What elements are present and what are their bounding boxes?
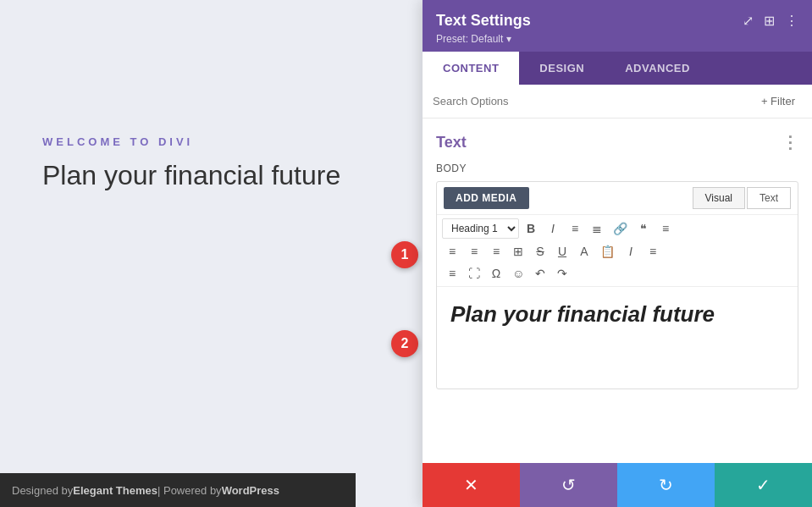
footer-separator: | Powered by — [157, 484, 222, 497]
search-input[interactable] — [433, 95, 754, 107]
step-badge-1: 1 — [391, 241, 418, 268]
visual-button[interactable]: Visual — [693, 187, 745, 209]
unordered-list-button[interactable]: ≡ — [565, 219, 585, 238]
bold-button[interactable]: B — [521, 219, 541, 238]
format-row-3: ≡ ⛶ Ω ☺ ↶ ↷ — [442, 264, 793, 283]
align-left-button[interactable]: ≡ — [442, 242, 462, 261]
blockquote-button[interactable]: ❝ — [633, 219, 654, 238]
special-char-button[interactable]: Ω — [486, 264, 506, 283]
align-full-button[interactable]: ≡ — [486, 242, 506, 261]
table-button[interactable]: ⊞ — [508, 242, 528, 261]
undo-format-button[interactable]: ↶ — [530, 264, 550, 283]
search-bar: + Filter — [423, 85, 812, 118]
cancel-button[interactable]: ✕ — [423, 463, 520, 507]
editor-toolbar-top: ADD MEDIA Visual Text — [437, 182, 798, 215]
format-row-2: ≡ ≡ ≡ ⊞ S U A 📋 I ≡ — [442, 242, 793, 261]
body-label: Body — [436, 163, 798, 174]
section-title: Text — [436, 134, 467, 152]
fullscreen-button[interactable]: ⛶ — [464, 264, 484, 283]
welcome-area: WELCOME TO DIVI Plan your financial futu… — [42, 135, 347, 194]
section-header: Text ⋮ — [436, 132, 798, 152]
panel-tabs: Content Design Advanced — [423, 52, 812, 85]
tab-content[interactable]: Content — [423, 52, 519, 85]
undo-button[interactable]: ↺ — [520, 463, 617, 507]
ordered-list-button[interactable]: ≣ — [587, 219, 607, 238]
footer-bar: Designed by Elegant Themes | Powered by … — [0, 473, 356, 507]
settings-panel: Text Settings ⤢ ⊞ ⋮ Preset: Default Cont… — [423, 0, 812, 507]
panel-title: Text Settings — [436, 12, 531, 30]
more-icon[interactable]: ⋮ — [785, 13, 798, 29]
panel-header-top: Text Settings ⤢ ⊞ ⋮ — [436, 12, 798, 30]
footer-wordpress: WordPress — [222, 484, 279, 497]
emoji-button[interactable]: ☺ — [508, 264, 528, 283]
step-badge-2: 2 — [391, 330, 418, 357]
italic-button[interactable]: I — [543, 219, 563, 238]
color-button[interactable]: A — [574, 242, 594, 261]
editor-content[interactable]: Plan your financial future — [437, 287, 798, 389]
align-right-button[interactable]: ≡ — [655, 219, 676, 238]
columns-icon[interactable]: ⊞ — [764, 13, 775, 29]
welcome-label: WELCOME TO DIVI — [42, 135, 347, 148]
view-toggle: Visual Text — [693, 187, 791, 209]
panel-content: Text ⋮ Body ADD MEDIA Visual Text Headin… — [423, 118, 812, 463]
add-media-button[interactable]: ADD MEDIA — [444, 187, 529, 209]
panel-actions: ✕ ↺ ↻ ✓ — [423, 463, 812, 507]
link-button[interactable]: 🔗 — [609, 219, 632, 238]
editor-container: ADD MEDIA Visual Text Heading 1 Heading … — [436, 181, 798, 389]
panel-preset[interactable]: Preset: Default — [436, 33, 798, 45]
footer-text: Designed by — [12, 484, 73, 497]
heading-select[interactable]: Heading 1 Heading 2 Heading 3 Paragraph — [442, 218, 519, 239]
section-menu-icon[interactable]: ⋮ — [782, 132, 798, 152]
filter-button[interactable]: + Filter — [754, 93, 802, 109]
strikethrough-button[interactable]: S — [530, 242, 550, 261]
redo-button[interactable]: ↻ — [617, 463, 715, 507]
format-toolbar: Heading 1 Heading 2 Heading 3 Paragraph … — [437, 215, 798, 287]
italic2-button[interactable]: I — [621, 242, 641, 261]
panel-header: Text Settings ⤢ ⊞ ⋮ Preset: Default — [423, 0, 812, 52]
footer-elegant: Elegant Themes — [73, 484, 157, 497]
align-center-button[interactable]: ≡ — [464, 242, 484, 261]
tab-advanced[interactable]: Advanced — [605, 52, 710, 85]
text-button[interactable]: Text — [747, 187, 791, 209]
format-row-1: Heading 1 Heading 2 Heading 3 Paragraph … — [442, 218, 793, 239]
underline-button[interactable]: U — [552, 242, 572, 261]
tab-design[interactable]: Design — [519, 52, 605, 85]
resize-icon[interactable]: ⤢ — [743, 13, 754, 29]
paste-button[interactable]: 📋 — [596, 242, 619, 261]
redo-format-button[interactable]: ↷ — [552, 264, 572, 283]
panel-header-icons: ⤢ ⊞ ⋮ — [743, 13, 798, 29]
indent-button[interactable]: ≡ — [643, 242, 663, 261]
indent2-button[interactable]: ≡ — [442, 264, 462, 283]
confirm-button[interactable]: ✓ — [715, 463, 812, 507]
welcome-heading: Plan your financial future — [42, 158, 347, 194]
